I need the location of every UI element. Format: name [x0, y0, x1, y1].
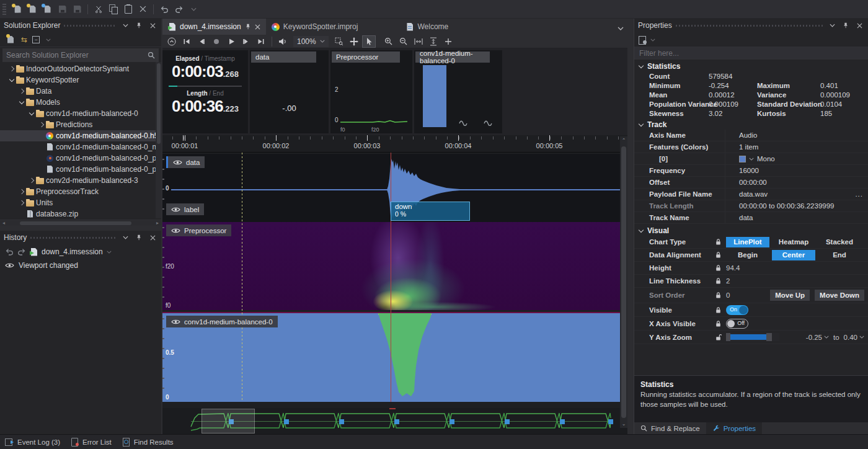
- paste-icon[interactable]: [121, 2, 135, 16]
- selection-zoom-tool[interactable]: [332, 35, 346, 48]
- open-folder-icon[interactable]: [5, 33, 16, 47]
- data-card-title[interactable]: data: [251, 51, 316, 63]
- close-icon[interactable]: [854, 21, 864, 30]
- zoom-level-dropdown[interactable]: 100%: [293, 36, 329, 47]
- solution-tree-vertical-scrollbar[interactable]: [156, 62, 161, 218]
- scrollbar-thumb[interactable]: [20, 221, 131, 225]
- scroll-right-arrow-icon[interactable]: ▸: [154, 220, 161, 226]
- step-back-button[interactable]: [195, 35, 208, 48]
- preprocessor-card-title[interactable]: Preprocessor: [332, 51, 400, 63]
- pin-icon[interactable]: [841, 21, 851, 30]
- lock-icon[interactable]: [710, 264, 726, 272]
- tree-item[interactable]: conv1d-medium-balanced-0: [0, 108, 161, 119]
- y-zoom-min-dropdown[interactable]: -0.25: [806, 334, 829, 341]
- label-annotation-down[interactable]: down 0 %: [391, 202, 470, 221]
- tab-keywordspotter-improj[interactable]: KeywordSpotter.improj: [266, 19, 364, 35]
- model-card-title[interactable]: conv1d-medium-balanced-0: [415, 51, 490, 63]
- y-zoom-range-slider[interactable]: [726, 333, 779, 341]
- filter-input[interactable]: Filter here...: [634, 47, 868, 60]
- x-axis-visible-toggle[interactable]: Off: [726, 319, 748, 329]
- fit-width-tool[interactable]: [412, 35, 425, 48]
- status-bar-item[interactable]: Error List: [70, 438, 112, 446]
- fit-height-tool[interactable]: [427, 35, 440, 48]
- tree-item[interactable]: Units: [0, 197, 161, 208]
- chart-type-stacked-button[interactable]: Stacked: [818, 237, 861, 247]
- tree-expander-icon[interactable]: [27, 179, 35, 182]
- skip-to-end-button[interactable]: [254, 35, 268, 48]
- add-item-icon[interactable]: [40, 2, 55, 16]
- panel-splitter[interactable]: [0, 226, 161, 231]
- panel-menu-chevron-icon[interactable]: [120, 21, 130, 30]
- timeline-ruler[interactable]: 00:00:01 00:00:02 00:00:03 00:00:04 00:0…: [162, 135, 627, 153]
- scroll-left-arrow-icon[interactable]: ◂: [0, 220, 7, 226]
- redo-icon[interactable]: [172, 2, 186, 16]
- search-input[interactable]: Search Solution Explorer: [2, 48, 159, 62]
- color-swatch[interactable]: [739, 156, 746, 162]
- tab-list-chevron-icon[interactable]: [618, 24, 624, 32]
- tree-expander-icon[interactable]: [37, 123, 45, 127]
- add-track-button[interactable]: [441, 35, 455, 48]
- tree-expander-icon[interactable]: [27, 112, 35, 115]
- yellow-marker-line[interactable]: [242, 153, 242, 402]
- eye-icon[interactable]: [173, 159, 182, 166]
- solution-tree-horizontal-scrollbar[interactable]: ◂ ▸: [0, 220, 161, 226]
- browse-file-button[interactable]: ...: [855, 190, 863, 198]
- scroll-down-arrow-icon[interactable]: ⌄: [622, 421, 626, 427]
- lock-icon[interactable]: [710, 306, 726, 314]
- pin-icon[interactable]: [245, 24, 251, 30]
- cursor-tool[interactable]: [362, 35, 376, 48]
- zoom-in-tool[interactable]: [382, 35, 396, 48]
- visible-toggle[interactable]: On: [726, 305, 748, 315]
- eye-icon[interactable]: [171, 319, 180, 325]
- tab-welcome[interactable]: Welcome: [401, 19, 454, 35]
- zoom-out-tool[interactable]: [397, 35, 410, 48]
- tree-item[interactable]: conv1d-medium-balanced-0.h5: [0, 130, 161, 141]
- play-button[interactable]: [224, 35, 238, 48]
- toolbar-overflow-icon[interactable]: [650, 35, 655, 44]
- tree-item[interactable]: Predictions: [0, 119, 161, 130]
- y-zoom-max-dropdown[interactable]: 0.40: [844, 334, 864, 341]
- move-up-button[interactable]: Move Up: [770, 290, 810, 301]
- move-down-button[interactable]: Move Down: [815, 290, 864, 301]
- model-track-chip[interactable]: conv1d-medium-balanced-0: [166, 316, 278, 327]
- copy-icon[interactable]: [106, 2, 120, 16]
- close-icon[interactable]: [148, 233, 157, 242]
- tree-expander-icon[interactable]: [7, 79, 16, 81]
- lock-icon[interactable]: [710, 277, 726, 285]
- undo-icon[interactable]: [5, 248, 14, 256]
- close-icon[interactable]: [148, 21, 157, 30]
- preprocessor-track[interactable]: f20 f0: [162, 222, 627, 310]
- save-icon[interactable]: [55, 2, 69, 16]
- preprocessor-track-chip[interactable]: Preprocessor: [166, 225, 231, 236]
- scroll-up-arrow-icon[interactable]: ⌃: [622, 138, 626, 143]
- lock-icon[interactable]: [710, 291, 726, 299]
- pan-tool[interactable]: [347, 35, 361, 48]
- label-track-chip[interactable]: label: [166, 203, 204, 215]
- scrollbar-thumb[interactable]: [621, 146, 626, 418]
- chart-type-lineplot-button[interactable]: LinePlot: [726, 237, 769, 247]
- skip-to-start-button[interactable]: [180, 35, 193, 48]
- status-bar-item[interactable]: Find Results: [122, 438, 174, 446]
- pin-icon[interactable]: [134, 233, 144, 242]
- sync-with-active-icon[interactable]: ⇆: [21, 35, 27, 44]
- save-all-icon[interactable]: [70, 2, 84, 16]
- lock-icon[interactable]: [710, 238, 726, 246]
- status-bar-item[interactable]: Event Log (3): [5, 438, 60, 446]
- data-track-chip[interactable]: data: [166, 156, 205, 168]
- toolbar-overflow-icon[interactable]: [46, 35, 51, 44]
- tab-properties[interactable]: Properties: [706, 422, 762, 434]
- tab-down-4-imsession[interactable]: down_4.imsession: [162, 19, 266, 35]
- toolbar-overflow-icon[interactable]: [187, 2, 201, 16]
- tree-expander-icon[interactable]: [17, 101, 25, 104]
- tree-item[interactable]: conv2d-medium-balanced-3: [0, 175, 161, 186]
- tree-item[interactable]: conv1d-medium-balanced-0_min_max.m: [0, 141, 161, 153]
- tree-expander-icon[interactable]: [7, 67, 16, 71]
- collapse-toolbar-icon[interactable]: [165, 35, 179, 48]
- new-file-icon[interactable]: [25, 2, 40, 16]
- alignment-end-button[interactable]: End: [818, 250, 861, 260]
- panel-menu-chevron-icon[interactable]: [120, 233, 130, 242]
- tree-expander-icon[interactable]: [17, 201, 25, 205]
- chart-type-heatmap-button[interactable]: Heatmap: [772, 237, 815, 247]
- step-forward-button[interactable]: [239, 35, 253, 48]
- history-entry[interactable]: Viewport changed: [0, 259, 161, 272]
